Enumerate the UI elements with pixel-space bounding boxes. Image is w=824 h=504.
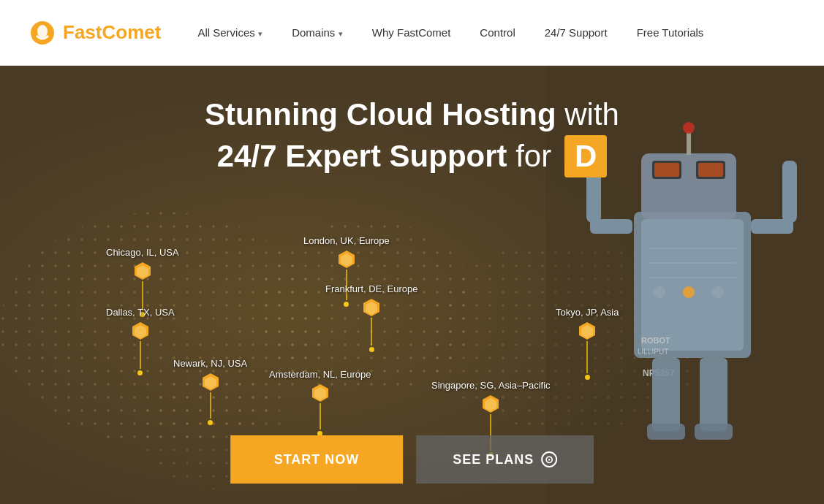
hero-cta-buttons: START NOW SEE PLANS ⊙ [230,435,594,484]
navbar: FastComet All Services Domains Why FastC… [0,0,824,66]
logo[interactable]: FastComet [29,20,161,46]
circle-checkmark-icon: ⊙ [541,451,557,467]
hero-title-support: 24/7 Expert Support [217,139,507,173]
hero-title-strong: Stunning Cloud Hosting [205,97,556,131]
hero-title: Stunning Cloud Hosting with 24/7 Expert … [156,95,668,177]
location-frankfurt: Frankfurt, DE, Europe [325,283,417,352]
nav-links: All Services Domains Why FastComet Contr… [197,26,703,39]
nav-item-tutorials[interactable]: Free Tutorials [637,26,704,39]
nav-item-domains[interactable]: Domains [292,26,343,39]
see-plans-label: SEE PLANS [453,452,534,467]
hero-title-with: with [564,97,619,131]
hero-content: Stunning Cloud Hosting with 24/7 Expert … [156,95,668,177]
nav-item-why-fastcomet[interactable]: Why FastComet [372,26,451,39]
location-amsterdam: Amsterdam, NL, Europe [269,369,371,436]
svg-point-1 [37,25,48,38]
see-plans-button[interactable]: SEE PLANS ⊙ [416,435,594,484]
logo-text: FastComet [63,21,161,44]
nav-item-control[interactable]: Control [480,26,515,39]
nav-item-support[interactable]: 24/7 Support [545,26,608,39]
hero-title-for: for [515,139,551,173]
nav-item-all-services[interactable]: All Services [197,26,262,39]
hero-section: ROBOT LILLIPUT NP5357 Stunning Cloud Hos… [0,66,824,504]
hero-title-letter: D [564,135,607,178]
logo-icon [29,20,56,46]
location-dallas: Dallas, TX, USA [106,307,175,375]
location-tokyo: Tokyo, JP, Asia [556,307,619,380]
location-newark: Newark, NJ, USA [173,358,247,425]
start-now-button[interactable]: START NOW [230,435,404,484]
